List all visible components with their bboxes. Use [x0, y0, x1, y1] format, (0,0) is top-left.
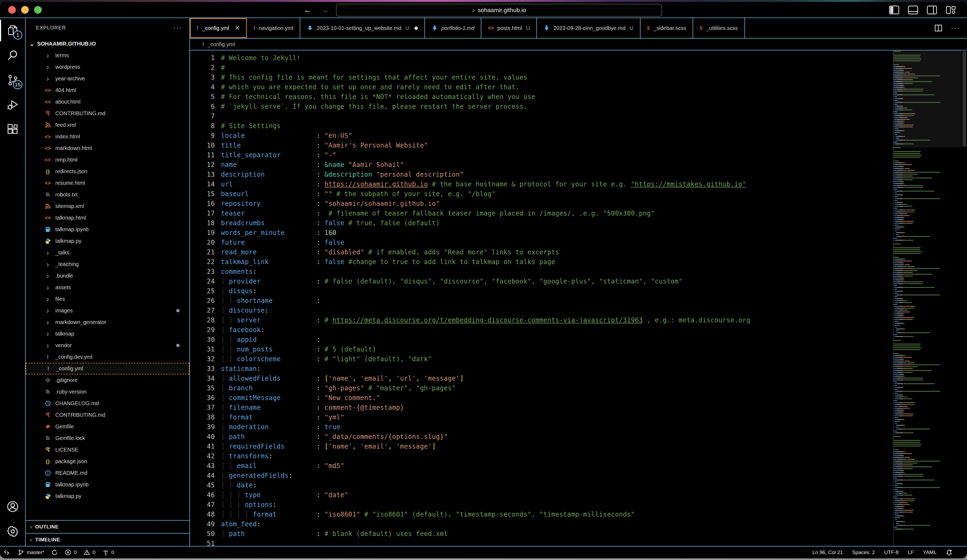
toggle-sidebar-icon[interactable] — [889, 5, 899, 15]
code-line-10[interactable]: 10title : "Aamir's Personal Website" — [190, 140, 894, 150]
code-line-19[interactable]: 19words_per_minute : 160 — [190, 228, 894, 238]
code-line-18[interactable]: 18breadcrumbs : false # true, false (def… — [190, 218, 894, 228]
file-item-LICENSE[interactable]: LICENSE — [26, 444, 190, 456]
tab-_config.yml[interactable]: !_config.yml✕ — [190, 18, 247, 38]
file-item-_config.yml[interactable]: !_config.yml — [26, 363, 190, 374]
code-line-36[interactable]: 36│ commitMessage : "New comment." — [190, 393, 894, 403]
tab-portfolio-1.md[interactable]: portfolio-1.md — [425, 18, 481, 38]
folder-item-files[interactable]: ›files — [26, 293, 190, 305]
code-line-4[interactable]: 4# which you are expected to set up once… — [190, 82, 894, 92]
file-item-.gitignore[interactable]: .gitignore — [26, 374, 190, 386]
code-line-13[interactable]: 13description : &description "personal d… — [190, 170, 894, 180]
code-line-28[interactable]: 28│ │ server : # https://meta.discourse.… — [190, 315, 894, 325]
code-line-34[interactable]: 34│ allowedFields : ['name', 'email', 'u… — [190, 374, 894, 383]
code-line-30[interactable]: 30│ │ appid : — [190, 335, 894, 344]
tab-_utilities.scss[interactable]: S_utilities.scss — [693, 18, 745, 38]
tab-navigation.yml[interactable]: !navigation.yml — [247, 18, 300, 38]
code-editor[interactable]: 1# Welcome to Jekyll!2#3# This config fi… — [190, 51, 967, 546]
zoom-window-button[interactable] — [34, 6, 42, 14]
code-line-6[interactable]: 6# `jekyll serve`. If you change this fi… — [190, 102, 894, 111]
split-editor-button[interactable] — [934, 24, 943, 32]
close-icon[interactable]: ✕ — [235, 25, 239, 31]
code-line-23[interactable]: 23comments: — [190, 267, 894, 277]
file-item-README.md[interactable]: README.md — [26, 467, 190, 479]
folder-item-.bundle[interactable]: ›.bundle — [26, 270, 190, 282]
code-line-1[interactable]: 1# Welcome to Jekyll! — [190, 53, 894, 63]
editor-more-actions-icon[interactable]: ··· — [951, 24, 960, 32]
file-item-talkmap.py[interactable]: talkmap.py — [26, 491, 190, 502]
code-line-42[interactable]: 42│ transforms: — [190, 451, 894, 461]
code-line-44[interactable]: 44│ generatedFields: — [190, 471, 894, 481]
status-ln-96-col-21[interactable]: Ln 96, Col 21 — [812, 550, 843, 555]
code-line-38[interactable]: 38│ format : "yml" — [190, 412, 894, 422]
file-item-.ruby-version[interactable]: .ruby-version — [26, 386, 190, 398]
code-line-41[interactable]: 41│ requiredFields : ['name', 'email', '… — [190, 441, 894, 451]
code-line-3[interactable]: 3# This config file is meant for setting… — [190, 72, 894, 82]
code-line-9[interactable]: 9locale : "en-US" — [190, 131, 894, 140]
file-item-robots.txt[interactable]: robots.txt — [26, 189, 190, 201]
code-line-40[interactable]: 40│ path : "_data/comments/{options.slug… — [190, 432, 894, 441]
account-icon[interactable] — [0, 494, 25, 519]
folder-item-year-archive[interactable]: ›year-archive — [26, 73, 190, 84]
timeline-section[interactable]: › TIMELINE — [26, 533, 190, 546]
customize-layout-icon[interactable] — [946, 5, 956, 15]
vertical-scrollbar[interactable] — [962, 51, 967, 546]
status-spaces-2[interactable]: Spaces: 2 — [852, 550, 875, 555]
tab-_sidebar.scss[interactable]: S_sidebar.scss — [640, 18, 693, 38]
code-line-37[interactable]: 37│ filename : comment-{@timestamp} — [190, 403, 894, 412]
code-line-17[interactable]: 17teaser : # filename of teaser fallback… — [190, 209, 894, 218]
folder-item-wordpress[interactable]: ›wordpress — [26, 61, 190, 73]
code-line-14[interactable]: 14url : https://sohaamir.github.io # the… — [190, 180, 894, 189]
settings-gear-icon[interactable] — [0, 519, 25, 544]
folder-item-vendor[interactable]: ›vendor — [26, 339, 190, 351]
close-window-button[interactable] — [8, 6, 16, 14]
code-line-31[interactable]: 31│ │ num_posts : # 5 (default) — [190, 344, 894, 354]
folder-item-_teaching[interactable]: ›_teaching — [26, 259, 190, 270]
code-line-5[interactable]: 5# For technical reasons, this file is *… — [190, 92, 894, 102]
code-line-27[interactable]: 27│ discourse: — [190, 306, 894, 315]
status-yaml[interactable]: YAML — [923, 550, 937, 555]
explorer-more-actions-icon[interactable]: ··· — [173, 24, 182, 32]
scrollbar-thumb[interactable] — [962, 51, 966, 147]
code-line-45[interactable]: 45│ │ date: — [190, 481, 894, 490]
code-line-20[interactable]: 20future : false — [190, 238, 894, 247]
outline-section[interactable]: › OUTLINE — [26, 520, 190, 533]
file-item-index.html[interactable]: <>index.html — [26, 131, 190, 142]
file-item-package.json[interactable]: {}package.json — [26, 456, 190, 467]
file-item-markdown.html[interactable]: <>markdown.html — [26, 142, 190, 154]
back-icon[interactable]: ← — [304, 5, 312, 15]
folder-item-images[interactable]: ›images — [26, 305, 190, 316]
file-item-CONTRIBUTING.md[interactable]: CONTRIBUTING.md — [26, 409, 190, 421]
code-line-21[interactable]: 21read_more : "disabled" # if enabled, a… — [190, 247, 894, 257]
code-line-49[interactable]: 49atom_feed: — [190, 519, 894, 529]
source-control-icon[interactable]: 15 — [0, 68, 25, 92]
status-utf-8[interactable]: UTF-8 — [884, 550, 899, 555]
modified-dot-icon[interactable] — [414, 26, 418, 30]
minimize-window-button[interactable] — [21, 6, 29, 14]
code-line-22[interactable]: 22talkmap_link : false #change to true t… — [190, 257, 894, 267]
toggle-secondary-sidebar-icon[interactable] — [927, 5, 937, 15]
file-item-talkmap.py[interactable]: talkmap.py — [26, 235, 190, 247]
code-line-25[interactable]: 25│ disqus: — [190, 286, 894, 296]
file-item-feed.xml[interactable]: feed.xml — [26, 119, 190, 131]
file-item-about.html[interactable]: <>about.html — [26, 96, 190, 108]
file-item-sitemap.xml[interactable]: sitemap.xml — [26, 201, 190, 212]
folder-item-terms[interactable]: ›terms — [26, 49, 190, 61]
code-line-32[interactable]: 32│ │ colorscheme : # "light" (default),… — [190, 354, 894, 364]
code-line-46[interactable]: 46│ │ │ type : "date" — [190, 490, 894, 500]
code-line-33[interactable]: 33staticman: — [190, 364, 894, 374]
tree-root-sohaamir.github.io[interactable]: ⌄SOHAAMIR.GITHUB.IO — [26, 38, 190, 49]
extensions-icon[interactable] — [0, 117, 25, 142]
status-warning[interactable]: 0 — [84, 549, 96, 556]
status-lf[interactable]: LF — [908, 550, 914, 555]
file-item-talkmap.ipynb[interactable]: talkmap.ipynb — [26, 479, 190, 491]
folder-item-_talks[interactable]: ›_talks — [26, 247, 190, 259]
file-item-Gemfile[interactable]: Gemfile — [26, 421, 190, 432]
run-debug-icon[interactable] — [0, 92, 25, 117]
file-item-talkmap.html[interactable]: <>talkmap.html — [26, 212, 190, 224]
file-item-redirects.json[interactable]: {}redirects.json — [26, 166, 190, 177]
file-item-_config.dev.yml[interactable]: !_config.dev.yml — [26, 351, 190, 363]
code-line-48[interactable]: 48│ │ │ │ format : "iso8601" # "iso8601"… — [190, 509, 894, 519]
code-line-7[interactable]: 7 — [190, 111, 894, 121]
command-center-search[interactable]: ⌕ sohaamir.github.io — [336, 4, 662, 17]
